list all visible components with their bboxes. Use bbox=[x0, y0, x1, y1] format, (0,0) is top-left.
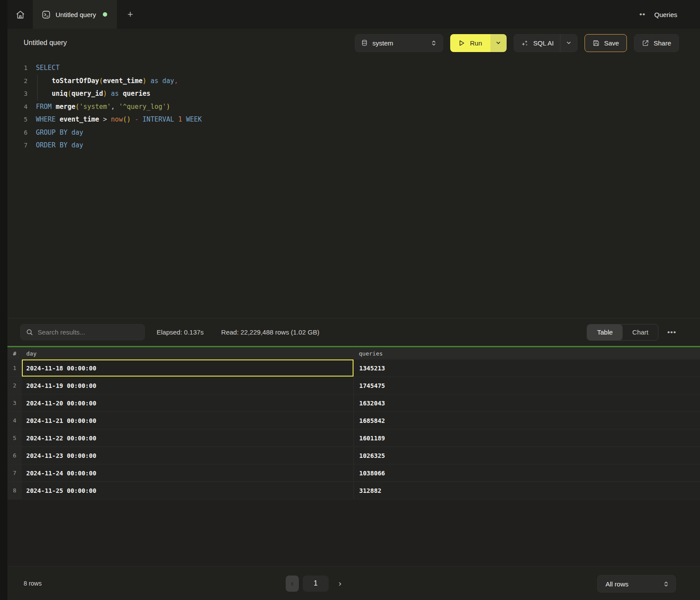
indent-guide bbox=[37, 75, 38, 88]
rows-filter-value: All rows bbox=[606, 580, 629, 588]
cell-queries[interactable]: 1632043 bbox=[354, 394, 700, 412]
query-header: Untitled query system Run bbox=[7, 29, 700, 57]
row-index: 4 bbox=[7, 412, 22, 429]
cell-day[interactable]: 2024-11-23 00:00:00 bbox=[22, 447, 354, 464]
tab-chart-view[interactable]: Chart bbox=[623, 324, 658, 340]
search-icon bbox=[26, 328, 33, 336]
cell-day[interactable]: 2024-11-22 00:00:00 bbox=[22, 429, 354, 447]
cell-queries[interactable]: 312882 bbox=[354, 482, 700, 499]
tab-bar-right: •• Queries bbox=[640, 0, 700, 29]
row-index: 2 bbox=[7, 377, 22, 394]
results-toolbar: Elapsed: 0.137s Read: 22,229,488 rows (1… bbox=[7, 318, 700, 346]
database-select[interactable]: system bbox=[355, 34, 443, 52]
column-header-index[interactable]: # bbox=[7, 350, 22, 357]
table-row: 12024-11-18 00:00:001345213 bbox=[7, 359, 700, 377]
cell-queries[interactable]: 1745475 bbox=[354, 377, 700, 394]
save-icon bbox=[592, 39, 600, 47]
sql-ai-button[interactable]: SQL AI bbox=[514, 35, 560, 52]
line-number: 4 bbox=[7, 101, 28, 114]
terminal-icon bbox=[42, 10, 51, 19]
table-row: 22024-11-19 00:00:001745475 bbox=[7, 377, 700, 394]
results-more-icon[interactable]: ••• bbox=[667, 328, 676, 337]
prev-page-button[interactable]: ‹ bbox=[286, 576, 299, 592]
table-row: 32024-11-20 00:00:001632043 bbox=[7, 394, 700, 412]
search-results-box[interactable] bbox=[20, 324, 145, 340]
row-index: 8 bbox=[7, 482, 22, 499]
queries-link[interactable]: Queries bbox=[654, 11, 677, 18]
more-menu-icon[interactable]: •• bbox=[640, 10, 646, 19]
cell-queries[interactable]: 1026325 bbox=[354, 447, 700, 464]
chevron-down-icon bbox=[566, 40, 572, 46]
code-line: 5WHERE event_time > now() - INTERVAL 1 W… bbox=[7, 113, 700, 126]
cell-queries[interactable]: 1038066 bbox=[354, 464, 700, 481]
tab-title: Untitled query bbox=[56, 11, 96, 18]
line-number: 6 bbox=[7, 126, 28, 140]
cell-day[interactable]: 2024-11-25 00:00:00 bbox=[22, 482, 354, 499]
code-text: WHERE event_time > now() - INTERVAL 1 WE… bbox=[28, 113, 202, 126]
cell-queries[interactable]: 1345213 bbox=[354, 359, 700, 377]
table-row: 52024-11-22 00:00:001601189 bbox=[7, 429, 700, 447]
play-icon bbox=[458, 39, 465, 47]
cell-queries[interactable]: 1601189 bbox=[354, 429, 700, 447]
line-number: 7 bbox=[7, 139, 28, 152]
query-title: Untitled query bbox=[24, 39, 67, 47]
share-button-label: Share bbox=[654, 39, 671, 47]
chevron-down-icon bbox=[495, 40, 501, 46]
updown-chevron-icon bbox=[663, 581, 669, 587]
run-options-button[interactable] bbox=[490, 34, 507, 52]
line-number: 5 bbox=[7, 113, 28, 126]
code-text: SELECT bbox=[28, 62, 60, 75]
save-button-label: Save bbox=[604, 39, 619, 47]
save-button[interactable]: Save bbox=[584, 34, 627, 52]
rows-filter-select[interactable]: All rows bbox=[597, 575, 676, 593]
next-page-button[interactable]: › bbox=[339, 579, 341, 588]
tab-bar: Untitled query + •• Queries bbox=[7, 0, 700, 29]
cell-day[interactable]: 2024-11-21 00:00:00 bbox=[22, 412, 354, 429]
row-index: 7 bbox=[7, 464, 22, 481]
share-button[interactable]: Share bbox=[634, 34, 679, 52]
unsaved-changes-dot bbox=[103, 12, 107, 17]
cell-day-selected[interactable]: 2024-11-18 00:00:00 bbox=[22, 359, 354, 377]
indent-guide bbox=[37, 87, 38, 101]
line-number: 1 bbox=[7, 62, 28, 75]
home-button[interactable] bbox=[7, 0, 33, 29]
cell-queries[interactable]: 1685842 bbox=[354, 412, 700, 429]
read-stat: Read: 22,229,488 rows (1.02 GB) bbox=[221, 328, 319, 336]
cell-day[interactable]: 2024-11-19 00:00:00 bbox=[22, 377, 354, 394]
sql-ai-options-button[interactable] bbox=[560, 35, 577, 52]
table-row: 42024-11-21 00:00:001685842 bbox=[7, 412, 700, 429]
chevron-left-icon: ‹ bbox=[291, 579, 294, 588]
row-index: 3 bbox=[7, 394, 22, 412]
results-footer: 8 rows ‹ 1 › All rows bbox=[7, 566, 700, 600]
pagination: ‹ 1 › bbox=[286, 567, 341, 600]
cell-day[interactable]: 2024-11-24 00:00:00 bbox=[22, 464, 354, 481]
code-line: 4FROM merge('system', '^query_log') bbox=[7, 101, 700, 114]
view-toggle: Table Chart bbox=[587, 324, 658, 341]
run-button-label: Run bbox=[470, 39, 482, 47]
table-row: 62024-11-23 00:00:001026325 bbox=[7, 447, 700, 464]
sql-ai-label: SQL AI bbox=[533, 39, 554, 47]
tab-table-view[interactable]: Table bbox=[587, 324, 623, 340]
share-icon bbox=[642, 39, 649, 47]
tab-untitled-query[interactable]: Untitled query bbox=[33, 0, 117, 29]
results-toolbar-right: Table Chart ••• bbox=[587, 324, 676, 341]
updown-chevron-icon bbox=[430, 40, 437, 46]
sql-ai-button-group: SQL AI bbox=[514, 34, 578, 52]
new-tab-button[interactable]: + bbox=[117, 0, 144, 29]
cell-day[interactable]: 2024-11-20 00:00:00 bbox=[22, 394, 354, 412]
run-button-group: Run bbox=[450, 34, 507, 52]
current-page-button[interactable]: 1 bbox=[303, 576, 329, 592]
sql-editor[interactable]: 1SELECT2 toStartOfDay(event_time) as day… bbox=[7, 57, 700, 318]
code-text: toStartOfDay(event_time) as day, bbox=[28, 75, 178, 88]
column-header-queries[interactable]: queries bbox=[354, 350, 700, 357]
query-actions: system Run bbox=[355, 34, 679, 52]
sparkles-icon bbox=[521, 39, 529, 47]
row-index: 6 bbox=[7, 447, 22, 464]
code-line: 3 uniq(query_id) as queries bbox=[7, 87, 700, 101]
database-select-value: system bbox=[372, 39, 393, 47]
run-button[interactable]: Run bbox=[450, 34, 490, 52]
column-header-day[interactable]: day bbox=[22, 350, 354, 357]
sql-console: Untitled query + •• Queries Untitled que… bbox=[7, 0, 700, 600]
search-results-input[interactable] bbox=[38, 328, 139, 336]
row-count: 8 rows bbox=[7, 580, 42, 587]
